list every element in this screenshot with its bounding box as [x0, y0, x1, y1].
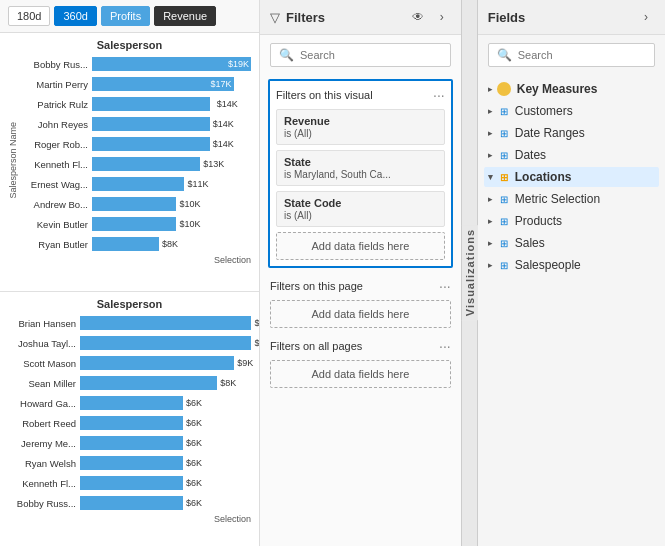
field-group-key-measures-header[interactable]: ▸ Key Measures [484, 79, 659, 99]
field-group-sales-name: Sales [515, 236, 545, 250]
table-row: Kenneth Fl... $13K [20, 155, 251, 173]
table-row: Brian Hansen $10K [8, 314, 251, 332]
filter-section-page-header: Filters on this page ··· [270, 278, 451, 294]
field-group-customers-name: Customers [515, 104, 573, 118]
field-group-key-measures-name: Key Measures [517, 82, 598, 96]
table-row: Sean Miller $8K [8, 374, 251, 392]
btn-180d[interactable]: 180d [8, 6, 50, 26]
filters-panel: ▽ Filters 👁 › 🔍 Filters on this visual ·… [260, 0, 462, 546]
visualizations-col[interactable]: Visualizations [462, 0, 478, 546]
toolbar: 180d 360d Profits Revenue [0, 0, 259, 33]
filters-header: ▽ Filters 👁 › [260, 0, 461, 35]
chart1-x-label: Selection [20, 255, 251, 265]
field-group-locations-header[interactable]: ▾ ⊞ Locations [484, 167, 659, 187]
filter-item-revenue[interactable]: Revenue is (All) [276, 109, 445, 145]
filter-section-page-more[interactable]: ··· [439, 278, 451, 294]
table-icon-date-ranges: ⊞ [497, 126, 511, 140]
chart1-y-label: Salesperson Name [8, 122, 18, 199]
table-row: Robert Reed $6K [8, 414, 251, 432]
field-group-products: ▸ ⊞ Products [484, 211, 659, 231]
filter-section-page-title: Filters on this page [270, 280, 363, 292]
filter-item-state-value: is Maryland, South Ca... [284, 169, 437, 180]
chart-section-2: Salesperson Brian Hansen $10K Joshua Tay… [0, 296, 259, 546]
field-group-metric-selection-name: Metric Selection [515, 192, 600, 206]
table-icon-dates: ⊞ [497, 148, 511, 162]
field-group-salespeople-header[interactable]: ▸ ⊞ Salespeople [484, 255, 659, 275]
field-group-products-name: Products [515, 214, 562, 228]
field-group-dates-name: Dates [515, 148, 546, 162]
chevron-right-icon: ▸ [488, 128, 493, 138]
panels-right: ▽ Filters 👁 › 🔍 Filters on this visual ·… [260, 0, 665, 546]
field-group-date-ranges-header[interactable]: ▸ ⊞ Date Ranges [484, 123, 659, 143]
fields-search-box: 🔍 [488, 43, 655, 67]
table-row: Ryan Butler $8K [20, 235, 251, 253]
visualizations-label: Visualizations [461, 225, 478, 320]
table-icon-locations: ⊞ [497, 170, 511, 184]
fields-search-input[interactable] [518, 49, 646, 61]
filter-eye-icon[interactable]: 👁 [409, 8, 427, 26]
chevron-right-icon: ▸ [488, 238, 493, 248]
field-group-products-header[interactable]: ▸ ⊞ Products [484, 211, 659, 231]
field-group-date-ranges-name: Date Ranges [515, 126, 585, 140]
filter-section-all-header: Filters on all pages ··· [270, 338, 451, 354]
filter-section-all-more[interactable]: ··· [439, 338, 451, 354]
table-row: Howard Ga... $6K [8, 394, 251, 412]
filter-section-visual-more[interactable]: ··· [433, 87, 445, 103]
table-row: John Reyes $14K [20, 115, 251, 133]
field-group-customers: ▸ ⊞ Customers [484, 101, 659, 121]
field-group-sales-header[interactable]: ▸ ⊞ Sales [484, 233, 659, 253]
filter-chevron-right-icon[interactable]: › [433, 8, 451, 26]
table-row: Roger Rob... $14K [20, 135, 251, 153]
field-group-dates-header[interactable]: ▸ ⊞ Dates [484, 145, 659, 165]
filters-body: Filters on this visual ··· Revenue is (A… [260, 75, 461, 546]
chart2-title: Salesperson [8, 298, 251, 310]
table-icon-customers: ⊞ [497, 104, 511, 118]
filter-item-state[interactable]: State is Maryland, South Ca... [276, 150, 445, 186]
filter-search-input[interactable] [300, 49, 442, 61]
filters-title: Filters [286, 10, 403, 25]
fields-panel: Fields › 🔍 ▸ Key Measures ▸ ⊞ Customers [478, 0, 665, 546]
filter-item-revenue-name: Revenue [284, 115, 437, 127]
filter-section-all: Filters on all pages ··· Add data fields… [268, 338, 453, 388]
chevron-right-icon: ▸ [488, 106, 493, 116]
field-group-salespeople-name: Salespeople [515, 258, 581, 272]
filter-item-state-code[interactable]: State Code is (All) [276, 191, 445, 227]
btn-revenue[interactable]: Revenue [154, 6, 216, 26]
table-row: Kevin Butler $10K [20, 215, 251, 233]
filter-item-revenue-value: is (All) [284, 128, 437, 139]
add-data-all-btn[interactable]: Add data fields here [270, 360, 451, 388]
field-group-salespeople: ▸ ⊞ Salespeople [484, 255, 659, 275]
chart1-container: Salesperson Name Bobby Rus... $19K Marti… [8, 55, 251, 265]
btn-360d[interactable]: 360d [54, 6, 96, 26]
section-divider [0, 291, 259, 292]
chevron-right-icon: ▸ [488, 260, 493, 270]
fields-search-icon: 🔍 [497, 48, 512, 62]
filter-item-state-code-name: State Code [284, 197, 437, 209]
fields-chevron-icon[interactable]: › [637, 8, 655, 26]
chevron-down-icon: ▸ [488, 84, 493, 94]
chart1-bars: Bobby Rus... $19K Martin Perry $17K [20, 55, 251, 265]
filter-section-visual-header: Filters on this visual ··· [276, 87, 445, 103]
add-data-page-btn[interactable]: Add data fields here [270, 300, 451, 328]
table-row: Jeremy Me... $6K [8, 434, 251, 452]
field-group-locations: ▾ ⊞ Locations [484, 167, 659, 187]
field-group-metric-selection-header[interactable]: ▸ ⊞ Metric Selection [484, 189, 659, 209]
filter-search-box: 🔍 [270, 43, 451, 67]
btn-profits[interactable]: Profits [101, 6, 150, 26]
filter-item-state-name: State [284, 156, 437, 168]
field-group-customers-header[interactable]: ▸ ⊞ Customers [484, 101, 659, 121]
add-data-visual-btn[interactable]: Add data fields here [276, 232, 445, 260]
chart2-bars: Brian Hansen $10K Joshua Tayl... $10K Sc… [8, 314, 251, 524]
chevron-down-icon: ▾ [488, 172, 493, 182]
chart2-x-label: Selection [8, 514, 251, 524]
table-row: Ryan Welsh $6K [8, 454, 251, 472]
table-icon-metric-selection: ⊞ [497, 192, 511, 206]
table-row: Andrew Bo... $10K [20, 195, 251, 213]
chevron-right-icon: ▸ [488, 216, 493, 226]
table-icon-sales: ⊞ [497, 236, 511, 250]
chart1-title: Salesperson [8, 39, 251, 51]
fields-header: Fields › [478, 0, 665, 35]
table-row: Ernest Wag... $11K [20, 175, 251, 193]
fields-title: Fields [488, 10, 631, 25]
chevron-right-icon: ▸ [488, 194, 493, 204]
